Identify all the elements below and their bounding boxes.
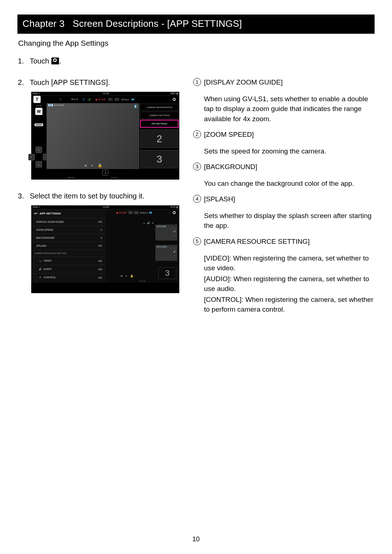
xp-badge: XP <box>108 98 113 101</box>
step-num: 1. <box>17 57 30 65</box>
row-video[interactable]: ▭VIDEO ON <box>31 257 106 265</box>
status-left: iPad ᯤ <box>33 206 41 209</box>
lock-icon[interactable]: 🔒 <box>98 163 102 167</box>
chapter-label: Chapter 3 <box>23 18 65 29</box>
def-desc: Sets the speed for zooming the camera. <box>204 146 375 156</box>
step-text-end: . <box>59 57 61 65</box>
audio-icon: 🔊 <box>38 268 42 271</box>
def-num-5: 5 <box>193 237 201 245</box>
expand-icon[interactable]: ⤢ <box>60 98 62 101</box>
menu-camera-registration[interactable]: CAMERA REGISTRATION <box>140 104 179 111</box>
def-zoom-speed: 2 [ZOOM SPEED] <box>193 130 375 140</box>
camera-tag: ADJVCCAM2 <box>48 104 64 106</box>
step-2: 2. Touch [APP SETTINGS]. <box>17 78 180 87</box>
thumb-audio-icon: 🔊 <box>172 249 176 253</box>
battery-icon: ▮▮ <box>149 211 152 214</box>
slot-3[interactable]: 3 <box>140 150 179 168</box>
step-1: 1. Touch . <box>17 57 180 65</box>
back-icon[interactable]: ↩ <box>34 211 37 216</box>
section-camera-resource: CAMERA RESOURCE SETTING <box>31 250 106 257</box>
slot-2[interactable]: 2 <box>140 130 179 148</box>
thumb-video-icon: ▭ <box>172 225 176 229</box>
zoom-label: ZOOM <box>36 104 42 107</box>
thumb-ctrl-icon: ✛ <box>172 253 176 257</box>
def-desc: When using GV-LS1, sets whether to enabl… <box>204 94 375 124</box>
status-time: 14:00 <box>103 206 109 209</box>
thumb-audio-icon: 🔊 <box>172 229 176 233</box>
flag-icon[interactable]: ◧ <box>134 104 138 108</box>
top-strip: T ⤢ ⊕x1.0 →3° ↑6° ■ STOP XP SD 0h31m ▮▮ … <box>31 96 179 103</box>
rec-icon[interactable]: ● <box>91 163 93 167</box>
status-bar: iPad ᯤ 14:00 87% ▮ <box>31 205 179 209</box>
video-icon: ▭ <box>38 259 42 262</box>
step-text: Touch [APP SETTINGS]. <box>30 78 180 87</box>
mini-icons: ▭ 🔊 ✛ <box>143 222 154 225</box>
audio-mini-icon: 🔊 <box>147 222 150 225</box>
row-display-zoom-guide[interactable]: DISPLAY ZOOM GUIDE ON <box>31 218 106 226</box>
preset-label: PRESET <box>68 177 75 179</box>
step-text: Touch <box>30 57 51 65</box>
dpad-left[interactable]: ← <box>28 154 35 160</box>
zoom-wide-button[interactable]: W <box>35 108 42 115</box>
settings-preview: ■ STOP XP SD 0h31m ▮▮ ✿ ▭ 🔊 ✛ <box>106 209 179 283</box>
def-num-3: 3 <box>193 163 201 171</box>
dpad-down[interactable]: ↓ <box>36 161 42 168</box>
speed-chip[interactable]: SPEED <box>34 123 44 126</box>
step-3: 3. Select the item to set by touching it… <box>17 192 180 200</box>
stop-indicator: ■ STOP <box>117 211 127 214</box>
def-label: [SPLASH] <box>204 195 235 203</box>
playback-controls: ◀ ● 🔒 <box>84 163 102 167</box>
settings-gear-icon[interactable]: ✿ <box>172 210 177 215</box>
def-label: [ZOOM SPEED] <box>204 131 254 138</box>
row-audio[interactable]: 🔊AUDIO ON <box>31 265 106 273</box>
settings-gear-icon[interactable]: ✿ <box>172 97 177 102</box>
menu-app-settings[interactable]: APP SETTINGS <box>140 120 179 128</box>
status-left: iPad ᯤ <box>33 92 41 95</box>
status-time: 13:55 <box>103 92 109 95</box>
control-icon: ✛ <box>38 276 42 279</box>
focus-label: FOCUS <box>111 177 118 179</box>
section-title: Changing the App Settings <box>18 39 375 48</box>
page-number: 10 <box>0 535 392 543</box>
sd-badge: SD <box>115 98 119 101</box>
live-view[interactable]: ADJVCCAM2 ◧ ◀ ● 🔒 <box>46 103 139 169</box>
chapter-title: Screen Descriptions - [APP SETTINGS] <box>73 18 242 29</box>
lock-icon[interactable]: 🔒 <box>130 274 134 278</box>
thumb-ctrl-icon: ✛ <box>172 233 176 237</box>
menu-camera-settings[interactable]: CAMERA SETTINGS <box>140 112 179 119</box>
rec-icon[interactable]: ● <box>125 274 127 278</box>
def-label: [DISPLAY ZOOM GUIDE] <box>204 78 283 86</box>
step-num: 3. <box>17 192 30 200</box>
status-batt: 87% ▮ <box>171 206 178 209</box>
row-control[interactable]: ✛CONTROL ON <box>31 273 106 282</box>
step-text: Select the item to set by touching it. <box>30 192 180 200</box>
def-camera-resource: 5 [CAMERA RESOURCE SETTING] <box>193 237 375 247</box>
screenshot-app-settings-menu: iPad ᯤ 13:55 88% ▮ T ⤢ ⊕x1.0 →3° ↑6° ■ S… <box>31 92 179 180</box>
def-num-4: 4 <box>193 195 201 203</box>
prev-icon[interactable]: ◀ <box>84 163 87 167</box>
row-background[interactable]: BACKGROUND 3 <box>31 234 106 242</box>
settings-list: ↩ APP SETTINGS DISPLAY ZOOM GUIDE ON ZOO… <box>31 209 106 283</box>
slot-3[interactable]: 3 <box>158 267 176 279</box>
pan-value: →3° <box>80 98 85 101</box>
def-display-zoom-guide: 1 [DISPLAY ZOOM GUIDE] <box>193 77 375 87</box>
zoom-tele-button[interactable]: T <box>33 96 41 103</box>
download-icon[interactable]: ⤓ <box>102 170 108 176</box>
dpad-up[interactable]: ↑ <box>36 147 42 153</box>
prev-icon[interactable]: ◀ <box>120 274 122 278</box>
def-label: [CAMERA RESOURCE SETTING] <box>204 238 310 245</box>
row-splash[interactable]: SPLASH ON <box>31 242 106 250</box>
def-splash: 4 [SPLASH] <box>193 194 375 204</box>
def-background: 3 [BACKGROUND] <box>193 162 375 172</box>
status-bar: iPad ᯤ 13:55 88% ▮ <box>31 92 179 96</box>
rec-time: 0h31m <box>121 98 129 101</box>
thumb-cam2[interactable]: ⎙JVCCAM2 ▭🔊✛ <box>155 225 177 241</box>
def-label: [BACKGROUND] <box>204 163 257 171</box>
thumb-cam11[interactable]: ⎙JVCCAM11 ▭🔊✛ <box>155 245 177 261</box>
playback-controls: ◀ ● 🔒 <box>120 274 134 278</box>
row-zoom-speed[interactable]: ZOOM SPEED 2 <box>31 226 106 234</box>
battery-icon: ▮▮ <box>131 98 134 101</box>
video-mini-icon: ▭ <box>143 222 146 225</box>
screenshot-app-settings-list: iPad ᯤ 14:00 87% ▮ ↩ APP SETTINGS DISPLA… <box>31 205 179 293</box>
status-batt: 88% ▮ <box>171 92 178 95</box>
